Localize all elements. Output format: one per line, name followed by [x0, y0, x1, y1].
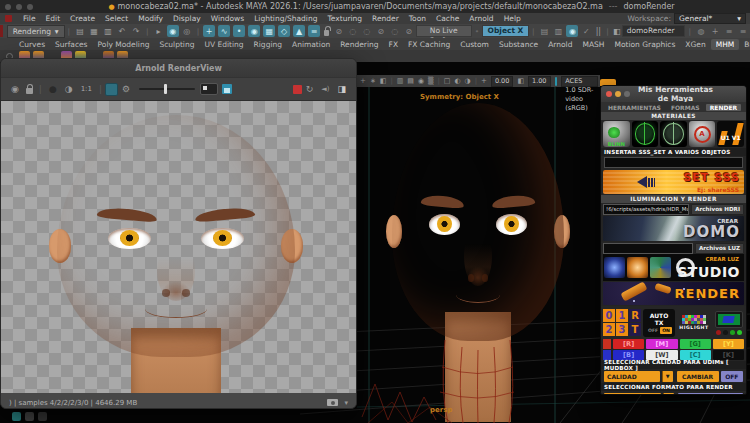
set-sss-button[interactable]: SET SSS Ej: shareSSS — [603, 170, 744, 194]
live-surface-field[interactable]: No Live Surface — [416, 25, 472, 37]
save-image-icon[interactable] — [222, 84, 232, 94]
vp-select-icon[interactable]: + — [360, 77, 366, 85]
hdri-path-input[interactable]: !6/scripts/assets/hdris/HDR_Muestra.exr — [603, 204, 689, 215]
vp-grid-icon[interactable]: + — [481, 77, 487, 85]
shelf-tab[interactable]: Custom — [455, 39, 494, 50]
rt-digit-button[interactable]: T — [629, 323, 641, 336]
close-window-button[interactable] — [5, 4, 11, 10]
wireframe-sphere-dim-button[interactable] — [660, 121, 687, 147]
vp-paint-icon[interactable]: ◧ — [380, 77, 387, 85]
panel-zoom-button[interactable] — [624, 91, 630, 97]
shelf-tab[interactable]: Rendering — [335, 39, 383, 50]
chevron-down-icon[interactable]: ▼ — [663, 393, 674, 396]
shelf-tab[interactable]: Poly Modeling — [93, 39, 155, 50]
camera-select-icon[interactable] — [327, 399, 338, 406]
select-hierarchy-icon[interactable]: ▸ — [153, 25, 165, 37]
panel-tab[interactable]: ABOUT — [743, 104, 747, 111]
minimize-window-button[interactable] — [16, 4, 22, 10]
render-layer-list-icon[interactable]: ≡ — [723, 25, 735, 37]
menu-item[interactable]: Cache — [431, 14, 464, 23]
panel-tab[interactable]: RENDER — [706, 104, 741, 111]
exposure-slider[interactable] — [139, 88, 195, 90]
shelf-tab[interactable]: MHM — [711, 39, 740, 50]
viewport-layout-icon[interactable]: ▤ — [538, 25, 550, 37]
shelf-tab[interactable]: Sculpting — [154, 39, 199, 50]
vp-shadows-icon[interactable]: ▒ — [428, 77, 433, 85]
menu-item[interactable]: Toon — [404, 14, 431, 23]
higlight-button[interactable]: HIGLIGHT — [677, 315, 711, 330]
settings-gear-icon[interactable]: ⚙ — [122, 84, 130, 94]
display-layer-list-icon[interactable]: ≡ — [737, 25, 749, 37]
light-preset-thumb-orange[interactable] — [627, 257, 648, 278]
split-view-icon[interactable]: ◨ — [337, 84, 346, 94]
crear-domo-button[interactable]: CREAR DOMO — [603, 216, 744, 241]
new-scene-icon[interactable]: ▤ — [74, 25, 86, 37]
menu-item[interactable]: File — [18, 14, 41, 23]
panel-layout-icon[interactable]: ▥ — [552, 25, 564, 37]
panel-tab[interactable]: HERRAMIENTAS — [604, 104, 665, 111]
menu-item[interactable]: Display — [168, 14, 206, 23]
speaker-icon[interactable]: ◄) — [321, 85, 329, 93]
colorspace-selector[interactable]: ACES 1.0 SDR-video (sRGB) — [561, 76, 598, 87]
zoom-ratio-label[interactable]: 1:1 — [81, 85, 92, 93]
vp-textured-icon[interactable]: ▤ — [407, 77, 414, 85]
sss-set-input[interactable] — [604, 157, 743, 168]
rt-digit-button[interactable]: 3 — [616, 323, 628, 336]
rt-digit-button[interactable]: 2 — [603, 323, 615, 336]
renderer-name-input[interactable]: domoRender — [622, 25, 686, 37]
menu-item[interactable]: Edit — [41, 14, 66, 23]
isolate-select-icon[interactable]: ✓ — [580, 25, 592, 37]
calidad-udims-select[interactable]: CALIDAD UDIMs 1 — [604, 371, 660, 382]
color-button[interactable]: [R] — [613, 339, 644, 349]
rt-digit-button[interactable]: R — [629, 309, 641, 322]
wireframe-sphere-button[interactable] — [632, 121, 659, 147]
make-live-icon[interactable]: ◇ — [278, 25, 290, 37]
stop-render-button[interactable] — [293, 85, 302, 94]
shelf-tab[interactable]: MASH — [577, 39, 609, 50]
input-connections-icon[interactable]: ◌ — [347, 25, 359, 37]
vp-sep-2[interactable]: | — [437, 77, 439, 85]
vp-wireframe-on-shaded-icon[interactable]: ◐ — [454, 77, 460, 85]
shelf-tab[interactable]: Bifrost — [739, 39, 750, 50]
pause-icon[interactable]: || — [594, 25, 602, 37]
output-connections-icon[interactable]: ◌ — [361, 25, 373, 37]
shelf-tab[interactable]: Substance — [494, 39, 543, 50]
rt-digit-button[interactable]: 0 — [603, 309, 615, 322]
render-button[interactable]: RENDER — [603, 282, 744, 305]
background-toggle-icon[interactable]: ● — [49, 84, 57, 94]
snap-grid-icon[interactable]: + — [203, 25, 215, 37]
workspace-selector[interactable]: General*▾ — [674, 13, 746, 24]
menu-item[interactable]: Texturing — [322, 14, 367, 23]
crear-luz-studio-button[interactable]: CREAR LUZ STUDIO — [603, 254, 744, 281]
arnold-material-button[interactable]: A — [689, 121, 716, 147]
chevron-down-icon[interactable]: ▼ — [662, 371, 673, 382]
panel-minimize-button[interactable] — [615, 91, 621, 97]
color-button[interactable]: [G] — [680, 339, 711, 349]
color-management-icon[interactable] — [555, 77, 558, 86]
udim-off-button[interactable]: OFF — [721, 371, 743, 382]
snap-align-icon[interactable]: ≡ — [308, 25, 320, 37]
redo-icon[interactable]: ↷ — [130, 25, 142, 37]
menu-item[interactable]: Windows — [206, 14, 249, 23]
snap-view-plane-icon[interactable]: ▦ — [263, 25, 275, 37]
shelf-tab[interactable]: Curves — [14, 39, 50, 50]
open-scene-icon[interactable]: ▦ — [88, 25, 100, 37]
shelf-tab[interactable]: FX Caching — [403, 39, 455, 50]
render-image-area[interactable] — [1, 101, 356, 393]
panel-tab[interactable]: FORMAS — [667, 104, 704, 111]
shelf-tab[interactable]: UV Editing — [199, 39, 248, 50]
cambiar-dimension-button[interactable]: CAMBIAR DIMENSION — [678, 393, 743, 396]
renderview-titlebar[interactable]: Arnold RenderView — [1, 59, 356, 77]
archivos-luz-button[interactable]: Archivos LUZ — [695, 243, 744, 254]
lock-render-icon[interactable] — [26, 88, 33, 94]
panel-close-button[interactable] — [606, 91, 612, 97]
menu-item[interactable]: Lighting/Shading — [249, 14, 322, 23]
shelf-tab[interactable]: Animation — [287, 39, 335, 50]
menu-item[interactable]: Help — [499, 14, 526, 23]
select-component-icon[interactable]: ◎ — [181, 25, 193, 37]
shelf-tab[interactable]: Rigging — [249, 39, 287, 50]
light-preset-thumb-kaleido[interactable] — [650, 257, 671, 278]
gain-box-icon[interactable] — [200, 83, 218, 95]
vp-lasso-icon[interactable]: ∗ — [370, 77, 376, 85]
blinn-material-button[interactable]: BLINN — [603, 121, 630, 147]
